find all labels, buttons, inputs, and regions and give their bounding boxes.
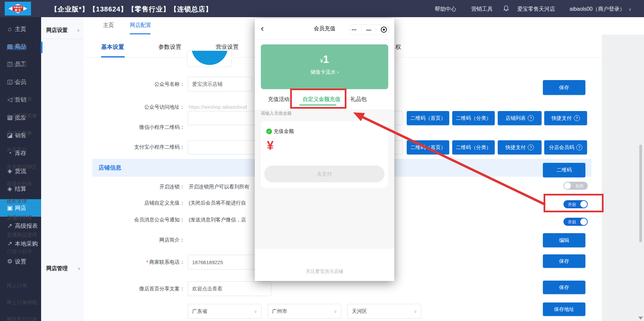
submenu-item-takeout-platform[interactable]: 外卖平台 (7, 147, 42, 153)
quick-pay-button-1[interactable]: 快捷支付? (544, 111, 587, 125)
qr-category-button-2[interactable]: 二维码（分类） (452, 140, 495, 154)
submenu-item-pickup-points[interactable]: 自提点列表 (7, 181, 42, 187)
help-center-link[interactable]: 帮助中心 (435, 6, 456, 13)
annotation-box-toggle (544, 194, 604, 212)
balance-card[interactable]: ¥1 储值卡流水 › (261, 44, 388, 89)
submenu-item-store-style[interactable]: 全店风格 (7, 79, 42, 85)
save-button-top[interactable]: 保存 (543, 80, 585, 95)
province-select[interactable]: 广东省∨ (188, 304, 262, 319)
member-notify-toggle-on[interactable]: 开启 (563, 218, 588, 226)
scrollbar-down-arrow[interactable] (638, 317, 643, 320)
close-circle-icon[interactable] (381, 27, 387, 33)
chevron-up-icon[interactable]: ∧ (77, 28, 80, 33)
branch-member-code-button[interactable]: 分店会员码? (544, 140, 587, 154)
qr-home-button-2[interactable]: 二维码（首页） (407, 140, 449, 154)
submenu-item-miniapp-decorate[interactable]: 小程序装修 (7, 96, 42, 102)
logo-text-2: 爱 宝 (13, 9, 22, 12)
field-label-share-text: 微店首页分享文案： (84, 285, 185, 292)
annotation-box-custom-tab (290, 88, 346, 109)
stored-card-flow-link[interactable]: 储值卡流水 › (261, 69, 388, 75)
chain-desc: 开启连锁用户可以看到所有 (189, 183, 249, 190)
account-menu[interactable]: aibaols00（商户登录） ∨ (570, 6, 632, 13)
logo-diamond-icon: AIBAO 爱 宝 (8, 4, 27, 13)
submenu-header-shop-settings[interactable]: 网店设置 (46, 27, 80, 34)
go-pay-button[interactable]: 去支付 (264, 166, 385, 182)
account-name: aibaols00（商户登录） (570, 6, 625, 12)
save-button-share[interactable]: 保存 (543, 281, 585, 294)
submenu-item-alipay-decorate[interactable]: 支付宝装修 (7, 130, 42, 136)
minimize-icon[interactable]: — (366, 27, 371, 33)
chevron-down-icon: ∨ (628, 7, 632, 12)
tab-home[interactable]: 主页 (103, 22, 114, 29)
recharge-hint: 请输入充值金额 (261, 110, 292, 116)
qr-code-button[interactable]: 二维码 (543, 163, 585, 177)
submenu-item-takeout-binding[interactable]: 外卖商品绑定 (7, 164, 42, 170)
submenu-item-online-order-detail[interactable]: 网上订单明细 (7, 299, 42, 306)
field-label-zfb-qr: 支付宝小程序二维码： (84, 144, 185, 150)
app-root: AIBAO 爱 宝 【企业版*】【138624】【零售行业】【连锁总店】 帮助中… (0, 0, 644, 321)
save-address-button[interactable]: 保存地址 (543, 302, 585, 316)
balance-amount: 1 (323, 53, 329, 65)
section-title: 店铺信息 (98, 164, 121, 172)
follow-store-text: 关注爱宝演示店铺 (255, 269, 394, 275)
more-dots-icon[interactable]: ••• (352, 28, 357, 32)
submenu-item-aftersale-orders[interactable]: 网店售后订单 (7, 316, 42, 321)
brand-logo[interactable]: AIBAO 爱 宝 (5, 2, 31, 15)
current-store-name[interactable]: 爱宝零售天河店 (517, 6, 555, 13)
share-text-input[interactable] (188, 281, 271, 296)
subtab-partially-hidden[interactable]: 权 (395, 43, 401, 51)
miniapp-footer: 关注爱宝演示店铺 (255, 249, 394, 281)
chevron-down-icon: ∨ (254, 309, 257, 314)
district-select[interactable]: 天河区∨ (347, 304, 421, 319)
field-label-chain: 开启连锁： (84, 183, 185, 190)
submenu-header-shop-manage[interactable]: 网店管理 (46, 265, 80, 272)
field-label-shop-intro: 网店简介： (84, 237, 185, 243)
field-label-member-notify: 会员消息公众号通知： (84, 216, 185, 223)
marketing-tools-link[interactable]: 营销工具 (471, 6, 493, 13)
submenu-item-member-page[interactable]: 会员页面装修 (7, 113, 42, 119)
scrollbar-thumb[interactable] (639, 145, 642, 242)
tab-shop-config[interactable]: 网店配置 (130, 22, 151, 29)
submenu-item-live-goods[interactable]: 直播商品管理 (7, 232, 42, 238)
submenu-item-shop-config[interactable]: 网店配置 (7, 45, 42, 51)
currency-symbol: ¥ (320, 58, 323, 64)
field-label-gzh-name: 公众号名称： (84, 81, 185, 87)
field-label-gzh-url: 公众号访问地址： (84, 104, 185, 110)
subtab-param-settings[interactable]: 参数设置 (158, 43, 181, 51)
save-button-phone[interactable]: 保存 (543, 254, 585, 268)
subtab-business-settings[interactable]: 营业设置 (216, 43, 239, 51)
chevron-down-icon[interactable]: ∨ (78, 266, 81, 271)
miniapp-header: ‹ 会员充值 ••• — (255, 19, 394, 40)
gift-icon: ▣ (6, 204, 13, 212)
quick-pay-button-2[interactable]: 快捷支付? (498, 140, 542, 154)
amount-currency: ¥ (267, 139, 274, 153)
amount-label: 充值金额 (274, 128, 294, 135)
help-circle-icon: ? (574, 115, 580, 121)
gzh-name-input[interactable] (188, 77, 252, 92)
shop-list-button[interactable]: 店铺列表? (498, 111, 542, 125)
chain-toggle-off[interactable]: 关闭 (563, 182, 588, 190)
custom-recharge-desc: (关闭后会员将不能进行自 (189, 200, 246, 206)
subtab-basic-settings[interactable]: 基本设置 (101, 43, 124, 51)
sidebar-item-settings[interactable]: ⚙设置 (0, 253, 41, 270)
tab-gift-pack[interactable]: 礼品包 (350, 96, 367, 103)
submenu-item-live-room[interactable]: 直播间管理 (7, 215, 42, 221)
gear-icon: ⚙ (6, 258, 13, 265)
gzh-url-value: https://wxshop.aibaocloud (189, 104, 247, 110)
submenu-item-order-miniapp[interactable]: 订货小程序 (7, 249, 42, 255)
notification-bell-icon[interactable] (503, 5, 510, 12)
shop-logo-upload-box[interactable] (187, 50, 232, 67)
submenu-item-leader-manage[interactable]: 团长管理 (7, 198, 42, 204)
qr-home-button-1[interactable]: 二维码（首页） (407, 111, 449, 125)
city-select[interactable]: 广州市∨ (268, 304, 341, 319)
submenu-divider (41, 39, 84, 39)
right-gutter (602, 35, 644, 321)
tab-recharge-activity[interactable]: 充值活动 (268, 96, 289, 103)
submenu-item-delivery[interactable]: 配送设置 (7, 62, 42, 68)
edit-button[interactable]: 编辑 (543, 233, 585, 247)
sidebar-item-home[interactable]: ⌂主页 (0, 20, 41, 38)
submenu-item-online-orders[interactable]: 网上订单 (7, 283, 42, 289)
qr-category-button-1[interactable]: 二维码（分类） (452, 111, 495, 125)
toggle-knob (580, 218, 587, 225)
tab-active-underline (130, 33, 151, 34)
